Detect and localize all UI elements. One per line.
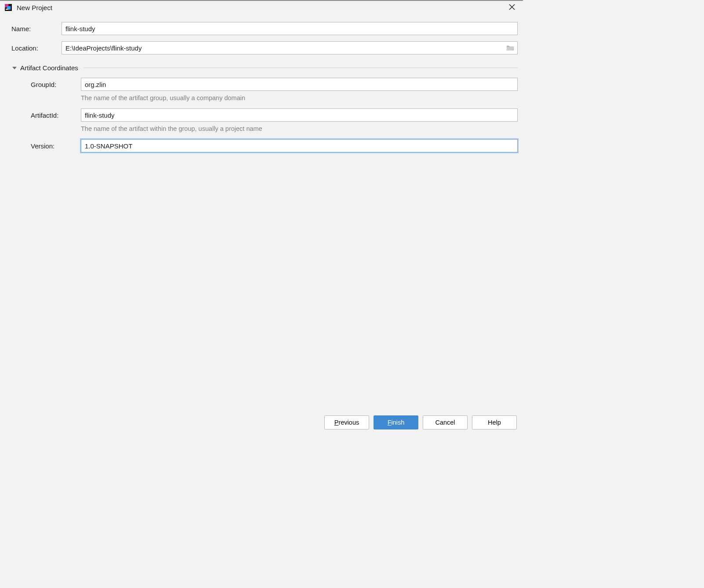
browse-folder-icon[interactable] — [505, 44, 515, 52]
name-input[interactable] — [62, 22, 518, 35]
artifactid-label: ArtifactId: — [11, 112, 81, 119]
cancel-button[interactable]: Cancel — [423, 415, 468, 429]
section-divider — [83, 68, 518, 68]
artifactid-input[interactable] — [81, 108, 518, 122]
titlebar: New Project — [0, 1, 523, 14]
location-label: Location: — [11, 44, 62, 52]
window-title: New Project — [17, 4, 52, 11]
groupid-input[interactable] — [81, 78, 518, 91]
chevron-down-icon — [11, 65, 18, 71]
help-button[interactable]: Help — [472, 415, 517, 429]
artifact-coordinates-header[interactable]: Artifact Coordinates — [11, 64, 518, 72]
groupid-label: GroupId: — [11, 81, 81, 88]
previous-button[interactable]: Previous — [324, 415, 369, 429]
version-label: Version: — [11, 142, 81, 150]
intellij-icon — [4, 4, 12, 11]
location-input[interactable] — [62, 41, 518, 54]
new-project-dialog: New Project Name: Location: — [0, 0, 523, 436]
close-button[interactable] — [505, 2, 519, 13]
finish-button[interactable]: Finish — [374, 415, 418, 429]
artifactid-hint: The name of the artifact within the grou… — [81, 125, 518, 132]
svg-marker-6 — [12, 67, 17, 69]
section-title: Artifact Coordinates — [20, 64, 83, 72]
button-bar: Previous Finish Cancel Help — [0, 409, 523, 436]
dialog-content: Name: Location: — [0, 14, 523, 409]
svg-rect-3 — [6, 9, 8, 10]
groupid-hint: The name of the artifact group, usually … — [81, 94, 518, 101]
name-label: Name: — [11, 25, 62, 32]
version-input[interactable] — [81, 139, 518, 152]
